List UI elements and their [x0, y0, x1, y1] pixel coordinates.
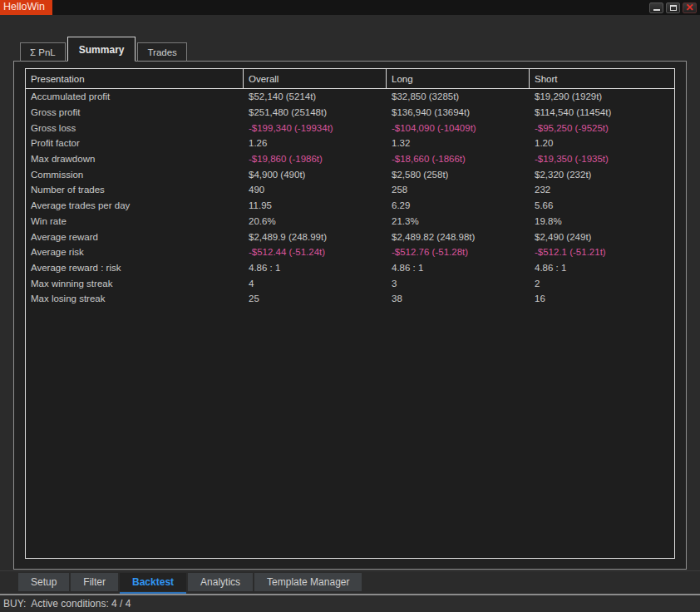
- cell-overall: -$512.44 (-51.24t): [244, 247, 387, 257]
- cell-short: $114,540 (11454t): [530, 107, 674, 117]
- title-bar: HelloWin ✕: [0, 0, 700, 15]
- client-area: Σ PnL Summary Trades Presentation Overal…: [0, 15, 700, 570]
- cell-long: -$18,660 (-1866t): [387, 154, 530, 164]
- cell-overall: $2,489.9 (248.99t): [244, 232, 387, 242]
- cell-short: 232: [530, 185, 674, 195]
- cell-long: 258: [387, 185, 530, 195]
- cell-short: 19.8%: [530, 216, 674, 226]
- cell-short: -$95,250 (-9525t): [530, 123, 674, 133]
- cell-label: Number of trades: [26, 185, 244, 195]
- cell-long: 3: [387, 279, 530, 289]
- tab-filter[interactable]: Filter: [71, 573, 118, 591]
- cell-overall: 20.6%: [244, 216, 387, 226]
- cell-label: Average reward : risk: [26, 263, 244, 273]
- tab-analytics[interactable]: Analytics: [188, 573, 253, 591]
- cell-label: Gross loss: [26, 123, 244, 133]
- table-row[interactable]: Profit factor1.261.321.20: [26, 136, 674, 151]
- cell-long: $136,940 (13694t): [387, 107, 530, 117]
- cell-overall: $251,480 (25148t): [244, 107, 387, 117]
- cell-long: 21.3%: [387, 216, 530, 226]
- table-row[interactable]: Average risk-$512.44 (-51.24t)-$512.76 (…: [26, 244, 674, 260]
- cell-short: 1.20: [530, 138, 674, 148]
- tab-setup[interactable]: Setup: [18, 573, 69, 591]
- cell-overall: -$19,860 (-1986t): [244, 154, 387, 164]
- cell-label: Profit factor: [26, 138, 244, 148]
- cell-long: 38: [387, 294, 530, 304]
- table-row[interactable]: Average trades per day11.956.295.66: [26, 198, 674, 214]
- cell-label: Accumulated profit: [26, 91, 244, 101]
- table-header: Presentation Overall Long Short: [26, 69, 674, 89]
- cell-short: 5.66: [530, 200, 674, 210]
- table-body: Accumulated profit$52,140 (5214t)$32,850…: [26, 89, 674, 558]
- app-window: HelloWin ✕ Σ PnL Summary Trades Presenta…: [0, 0, 700, 612]
- cell-short: 16: [530, 294, 674, 304]
- cell-short: 2: [530, 279, 674, 289]
- close-icon: ✕: [685, 3, 693, 12]
- cell-long: 6.29: [387, 200, 530, 210]
- cell-overall: 1.26: [244, 138, 387, 148]
- summary-panel: Presentation Overall Long Short Accumula…: [13, 61, 687, 570]
- tab-template-manager[interactable]: Template Manager: [254, 573, 362, 591]
- minimize-icon: [653, 9, 660, 11]
- app-title: HelloWin: [0, 0, 52, 15]
- cell-overall: 4: [244, 279, 387, 289]
- cell-label: Win rate: [26, 216, 244, 226]
- table-row[interactable]: Accumulated profit$52,140 (5214t)$32,850…: [26, 89, 674, 105]
- cell-overall: -$199,340 (-19934t): [244, 123, 387, 133]
- minimize-button[interactable]: [649, 2, 663, 13]
- cell-label: Max winning streak: [26, 279, 244, 289]
- column-header-long: Long: [387, 69, 530, 88]
- cell-label: Average trades per day: [26, 200, 244, 210]
- maximize-button[interactable]: [666, 2, 680, 13]
- tab-trades[interactable]: Trades: [137, 42, 186, 62]
- close-button[interactable]: ✕: [683, 2, 697, 13]
- cell-long: $2,489.82 (248.98t): [387, 232, 530, 242]
- table-row[interactable]: Average reward : risk4.86 : 14.86 : 14.8…: [26, 260, 674, 276]
- table-row[interactable]: Max losing streak253816: [26, 291, 674, 307]
- cell-label: Commission: [26, 170, 244, 180]
- cell-overall: 490: [244, 185, 387, 195]
- table-row[interactable]: Win rate20.6%21.3%19.8%: [26, 214, 674, 230]
- cell-short: $19,290 (1929t): [530, 91, 674, 101]
- table-row[interactable]: Max winning streak432: [26, 275, 674, 291]
- cell-short: $2,490 (249t): [530, 232, 674, 242]
- tab-pnl[interactable]: Σ PnL: [20, 42, 66, 62]
- column-header-short: Short: [530, 69, 674, 88]
- table-row[interactable]: Average reward$2,489.9 (248.99t)$2,489.8…: [26, 229, 674, 244]
- cell-long: $2,580 (258t): [387, 170, 530, 180]
- cell-long: -$104,090 (-10409t): [387, 123, 530, 133]
- tab-summary[interactable]: Summary: [67, 37, 136, 62]
- cell-overall: $4,900 (490t): [244, 170, 387, 180]
- tab-backtest[interactable]: Backtest: [120, 573, 186, 591]
- cell-short: -$512.1 (-51.21t): [530, 247, 674, 257]
- summary-table: Presentation Overall Long Short Accumula…: [25, 68, 675, 559]
- cell-long: $32,850 (3285t): [387, 91, 530, 101]
- status-text: BUY: Active conditions: 4 / 4: [3, 598, 131, 610]
- table-row[interactable]: Number of trades490258232: [26, 182, 674, 198]
- cell-overall: 25: [244, 294, 387, 304]
- status-bar: BUY: Active conditions: 4 / 4: [0, 594, 700, 612]
- cell-short: $2,320 (232t): [530, 170, 674, 180]
- cell-overall: $52,140 (5214t): [244, 91, 387, 101]
- table-row[interactable]: Commission$4,900 (490t)$2,580 (258t)$2,3…: [26, 166, 674, 182]
- cell-label: Average risk: [26, 247, 244, 257]
- table-row[interactable]: Gross profit$251,480 (25148t)$136,940 (1…: [26, 105, 674, 121]
- cell-overall: 11.95: [244, 200, 387, 210]
- table-row[interactable]: Max drawdown-$19,860 (-1986t)-$18,660 (-…: [26, 151, 674, 167]
- cell-overall: 4.86 : 1: [244, 263, 387, 273]
- cell-label: Gross profit: [26, 107, 244, 117]
- cell-label: Max drawdown: [26, 154, 244, 164]
- column-header-overall: Overall: [244, 69, 387, 88]
- cell-long: -$512.76 (-51.28t): [387, 247, 530, 257]
- cell-long: 4.86 : 1: [387, 263, 530, 273]
- module-tab-bar: Setup Filter Backtest Analytics Template…: [0, 570, 700, 594]
- cell-label: Average reward: [26, 232, 244, 242]
- window-controls: ✕: [649, 0, 700, 15]
- maximize-icon: [670, 5, 677, 11]
- cell-long: 1.32: [387, 138, 530, 148]
- table-row[interactable]: Gross loss-$199,340 (-19934t)-$104,090 (…: [26, 120, 674, 136]
- column-header-presentation: Presentation: [26, 69, 244, 88]
- cell-short: -$19,350 (-1935t): [530, 154, 674, 164]
- cell-short: 4.86 : 1: [530, 263, 674, 273]
- cell-label: Max losing streak: [26, 294, 244, 304]
